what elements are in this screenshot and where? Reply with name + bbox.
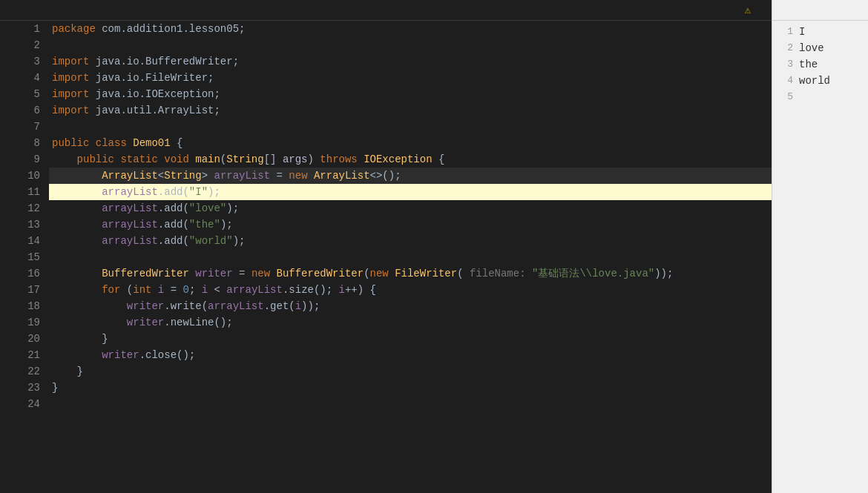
token-plain xyxy=(52,184,102,200)
code-line[interactable]: arrayList.add("I"); xyxy=(49,184,772,200)
token-str-val: "world" xyxy=(189,233,233,249)
preview-header xyxy=(772,0,868,21)
code-editor[interactable]: 123456789101112131415161718192021222324 … xyxy=(0,21,772,493)
code-line[interactable]: writer.close(); xyxy=(49,347,772,363)
token-plain: .add( xyxy=(158,200,189,216)
token-plain: .write( xyxy=(164,298,208,314)
code-line[interactable]: arrayList.add("love"); xyxy=(49,200,772,216)
code-line[interactable]: } xyxy=(49,363,772,380)
line-number: 12 xyxy=(19,200,40,216)
token-var-name: writer xyxy=(127,314,164,331)
code-line[interactable]: package com.addition1.lesson05; xyxy=(49,21,772,37)
token-cls-name: ArrayList xyxy=(102,168,158,184)
token-plain: } xyxy=(52,380,58,396)
token-plain: .add( xyxy=(158,184,189,200)
token-num-val: 0 xyxy=(183,282,188,298)
token-var-name: i xyxy=(339,282,345,298)
gutter-line xyxy=(0,233,13,249)
line-number: 20 xyxy=(19,331,40,347)
code-line[interactable]: public class Demo01 { xyxy=(49,135,772,151)
token-param-hint: fileName: xyxy=(464,265,532,282)
code-line[interactable]: public static void main(String[] args) t… xyxy=(49,151,772,168)
code-line[interactable]: arrayList.add("the"); xyxy=(49,216,772,233)
preview-line: 3the xyxy=(778,56,862,73)
code-lines[interactable]: package com.addition1.lesson05;import ja… xyxy=(49,21,772,493)
gutter-line xyxy=(0,119,13,135)
warning-bar: ⚠ xyxy=(0,0,772,21)
line-number: 24 xyxy=(19,396,40,412)
code-line[interactable]: import java.io.FileWriter; xyxy=(49,70,772,86)
code-line[interactable]: writer.write(arrayList.get(i)); xyxy=(49,298,772,314)
preview-line-number: 1 xyxy=(778,24,793,40)
gutter-line xyxy=(0,265,13,282)
code-line[interactable]: } xyxy=(49,380,772,396)
token-plain: ( xyxy=(127,282,133,298)
code-line[interactable] xyxy=(49,119,772,135)
gutter-line xyxy=(0,53,13,70)
code-line[interactable]: writer.newLine(); xyxy=(49,314,772,331)
preview-line-text: world xyxy=(799,73,830,89)
gutter-line xyxy=(0,102,13,119)
line-number: 3 xyxy=(19,53,40,70)
code-line[interactable] xyxy=(49,37,772,53)
code-line[interactable]: import java.util.ArrayList; xyxy=(49,102,772,119)
token-var-name: i xyxy=(295,298,301,314)
preview-line-number: 3 xyxy=(778,56,793,73)
token-plain: java.io.FileWriter; xyxy=(96,70,214,86)
line-number: 8 xyxy=(19,135,40,151)
token-plain: { xyxy=(171,135,183,151)
token-plain: { xyxy=(433,151,445,168)
preview-panel: 1I2love3the4world5 xyxy=(772,0,868,493)
gutter-line xyxy=(0,380,13,396)
token-plain: > xyxy=(202,168,214,184)
token-plain xyxy=(52,200,102,216)
token-kw-public: public xyxy=(52,135,96,151)
code-line[interactable] xyxy=(49,249,772,265)
token-plain xyxy=(52,314,127,331)
token-kw-throws: throws xyxy=(320,151,364,168)
preview-line: 5 xyxy=(778,89,862,105)
token-kw-new: new xyxy=(289,168,314,184)
line-number: 5 xyxy=(19,86,40,102)
line-number: 6 xyxy=(19,102,40,119)
code-line[interactable]: arrayList.add("world"); xyxy=(49,233,772,249)
token-plain: [] xyxy=(264,151,283,168)
token-kw-int: int xyxy=(133,282,158,298)
token-plain xyxy=(52,298,127,314)
code-line[interactable] xyxy=(49,396,772,412)
token-kw-import: import xyxy=(52,86,96,102)
gutter-line xyxy=(0,70,13,86)
gutter-line xyxy=(0,168,13,184)
token-plain: } xyxy=(52,363,83,380)
token-plain: .add( xyxy=(158,233,189,249)
token-var-name: writer xyxy=(127,298,164,314)
token-plain: .size(); xyxy=(283,282,339,298)
token-plain: = xyxy=(270,168,289,184)
code-line[interactable]: BufferedWriter writer = new BufferedWrit… xyxy=(49,265,772,282)
token-cls-name: FileWriter xyxy=(395,265,457,282)
token-var-name: arrayList xyxy=(102,216,158,233)
token-kw-import: import xyxy=(52,102,96,119)
token-kw-import: import xyxy=(52,53,96,70)
token-plain: .get( xyxy=(264,298,295,314)
token-cls-name: BufferedWriter xyxy=(102,265,189,282)
line-number: 13 xyxy=(19,216,40,233)
code-line[interactable]: ArrayList<String> arrayList = new ArrayL… xyxy=(49,168,772,184)
token-var-name: writer xyxy=(195,265,232,282)
token-kw-public: public xyxy=(77,151,121,168)
token-kw-new: new xyxy=(370,265,395,282)
token-plain: <>(); xyxy=(370,168,401,184)
code-line[interactable]: for (int i = 0; i < arrayList.size(); i+… xyxy=(49,282,772,298)
token-plain: java.io.BufferedWriter; xyxy=(96,53,239,70)
code-line[interactable]: } xyxy=(49,331,772,347)
line-number: 19 xyxy=(19,314,40,331)
gutter-line xyxy=(0,249,13,265)
preview-line: 2love xyxy=(778,40,862,56)
gutter-line xyxy=(0,314,13,331)
token-var-name: arrayList xyxy=(102,233,158,249)
token-plain: < xyxy=(208,282,226,298)
code-line[interactable]: import java.io.BufferedWriter; xyxy=(49,53,772,70)
code-line[interactable]: import java.io.IOException; xyxy=(49,86,772,102)
token-plain: java.util.ArrayList; xyxy=(96,102,220,119)
gutter-line xyxy=(0,21,13,37)
